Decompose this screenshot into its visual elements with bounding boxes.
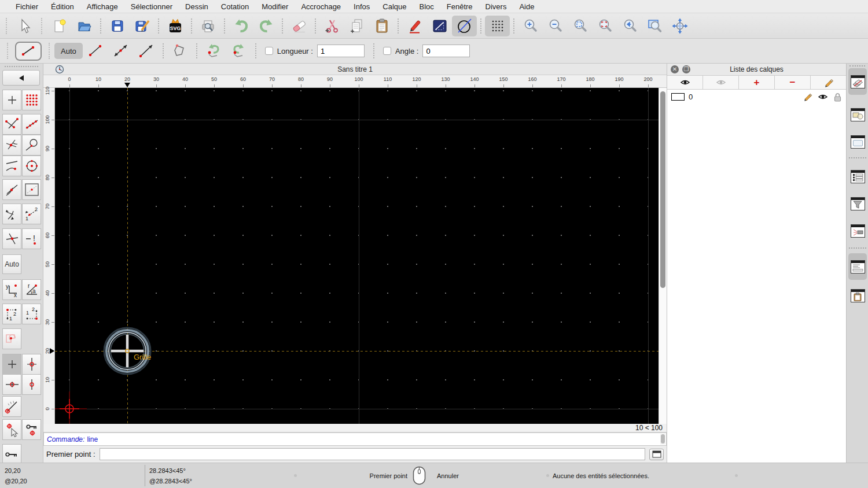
filter-dock-icon[interactable] — [848, 190, 867, 217]
copy-icon[interactable] — [344, 16, 369, 36]
clipboard-dock-icon[interactable] — [848, 282, 867, 309]
snap-distance-icon[interactable] — [2, 156, 21, 176]
line-two-points-icon[interactable] — [83, 40, 108, 61]
menu-item-1[interactable]: Édition — [45, 2, 80, 11]
snap-endpoints-icon[interactable] — [2, 114, 21, 135]
snap-angle-icon[interactable] — [2, 396, 21, 417]
menu-item-3[interactable]: Sélectionner — [124, 2, 179, 11]
snap-tangent-icon[interactable] — [22, 135, 41, 156]
restrict-none-icon[interactable] — [2, 354, 21, 375]
command-widget-dock-icon[interactable] — [848, 253, 867, 280]
eraser-icon[interactable] — [286, 16, 311, 36]
layer-row[interactable]: 0 — [667, 90, 846, 104]
angle-checkbox[interactable] — [383, 47, 391, 55]
restrict-horizontal-icon[interactable] — [2, 374, 21, 395]
command-history-scrollbar[interactable] — [660, 434, 665, 445]
restrict-vertical-icon[interactable] — [22, 354, 41, 375]
menu-item-10[interactable]: Bloc — [413, 2, 440, 11]
snap-middle-manual-icon[interactable] — [2, 328, 21, 349]
save-as-file-icon[interactable] — [130, 16, 155, 36]
restrict-horizontal-vertical-icon[interactable]: 12 — [22, 204, 41, 224]
grid-toggle-icon[interactable] — [485, 16, 510, 36]
vertical-scrollbar-thumb[interactable] — [660, 91, 665, 288]
snap-on-entity-icon[interactable] — [22, 114, 41, 135]
zoom-out-icon[interactable] — [543, 16, 568, 36]
command-options-button[interactable] — [649, 449, 664, 460]
zoom-auto-icon[interactable] — [568, 16, 593, 36]
zoom-in-icon[interactable] — [518, 16, 543, 36]
entity-list-dock-icon[interactable] — [848, 163, 867, 190]
paste-icon[interactable] — [369, 16, 394, 36]
menu-item-6[interactable]: Modifier — [255, 2, 295, 11]
circle-slash-icon[interactable] — [452, 16, 477, 36]
horizontal-scrollbar[interactable] — [43, 424, 631, 432]
line-both-directions-icon[interactable] — [108, 40, 134, 61]
lock-relative-zero-icon[interactable] — [22, 419, 41, 440]
save-file-icon[interactable] — [105, 16, 130, 36]
line-box-icon[interactable] — [427, 16, 452, 36]
edit-layer-pencil-icon[interactable] — [811, 76, 846, 89]
zoom-previous-icon[interactable] — [617, 16, 642, 36]
line-auto-snap-button[interactable]: Auto — [54, 43, 83, 59]
menu-item-12[interactable]: Divers — [479, 2, 513, 11]
ordinate-corner-21-icon[interactable]: 12 — [22, 304, 41, 324]
vertical-scrollbar[interactable] — [659, 88, 667, 424]
length-checkbox[interactable] — [265, 47, 273, 55]
svg-export-icon[interactable]: SVG — [163, 16, 187, 36]
undo-point-icon[interactable] — [201, 40, 226, 61]
draw-pencil-icon[interactable] — [402, 16, 427, 36]
coordinates-polar-icon[interactable]: ra — [22, 279, 41, 300]
blocks-dock-icon[interactable] — [848, 101, 867, 128]
menu-item-8[interactable]: Infos — [347, 2, 376, 11]
snap-middle-icon[interactable] — [2, 179, 21, 200]
select-arrow-icon[interactable] — [12, 16, 36, 36]
add-layer-plus-icon[interactable]: + — [739, 76, 775, 89]
snap-grid-icon[interactable] — [22, 90, 41, 110]
menu-item-9[interactable]: Calque — [376, 2, 413, 11]
snap-free-icon[interactable] — [2, 90, 21, 110]
palette-auto-button[interactable]: Auto — [2, 254, 21, 274]
toolbar-drag-handle[interactable] — [7, 43, 8, 59]
snap-intersection-manual-icon[interactable] — [2, 135, 21, 156]
redo-icon[interactable] — [253, 16, 278, 36]
print-preview-icon[interactable] — [196, 16, 220, 36]
lamp-dock-icon[interactable] — [848, 217, 867, 244]
zoom-window-icon[interactable] — [642, 16, 667, 36]
open-file-icon[interactable] — [72, 16, 97, 36]
menu-item-0[interactable]: Fichier — [9, 2, 45, 11]
toolbar-drag-handle[interactable] — [49, 43, 50, 59]
menu-item-7[interactable]: Accrochage — [295, 2, 347, 11]
zoom-redraw-icon[interactable] — [593, 16, 617, 36]
ordinate-corner-12-icon[interactable]: 12 — [2, 304, 21, 324]
zoom-pan-icon[interactable] — [667, 16, 692, 36]
palette-drag-handle[interactable] — [5, 66, 38, 67]
layer-lock-icon[interactable] — [833, 93, 842, 102]
show-all-layers-eye-icon[interactable] — [667, 76, 703, 89]
close-panel-icon[interactable]: ✕ — [671, 65, 679, 73]
layer-visibility-eye-icon[interactable] — [818, 93, 828, 101]
drawing-canvas[interactable]: Grille — [55, 88, 659, 424]
snap-exclusive-icon[interactable]: ! — [22, 228, 41, 249]
unlock-relative-zero-icon[interactable] — [2, 444, 21, 465]
hide-all-layers-eye-icon[interactable] — [703, 76, 739, 89]
redo-point-icon[interactable] — [226, 40, 252, 61]
toolbar-drag-handle[interactable] — [41, 18, 42, 34]
snap-inside-area-icon[interactable] — [22, 179, 41, 200]
command-input[interactable] — [100, 448, 645, 460]
restrict-nothing-icon[interactable] — [2, 228, 21, 249]
set-relative-zero-icon[interactable] — [2, 419, 21, 440]
menu-item-4[interactable]: Dessin — [179, 2, 215, 11]
coordinates-cartesian-icon[interactable]: yx — [2, 279, 21, 300]
menu-item-11[interactable]: Fenêtre — [440, 2, 479, 11]
restrict-vertical-short-icon[interactable] — [22, 374, 41, 395]
layer-color-swatch[interactable] — [671, 93, 685, 101]
new-file-icon[interactable] — [47, 16, 72, 36]
palette-back-button[interactable] — [2, 70, 40, 86]
menu-item-2[interactable]: Affichage — [80, 2, 124, 11]
cut-icon[interactable] — [319, 16, 344, 36]
polyline-close-icon[interactable] — [167, 40, 193, 61]
current-tool-line-button[interactable] — [15, 42, 42, 61]
snap-center-icon[interactable] — [22, 156, 41, 176]
layer-edit-pencil-icon[interactable] — [804, 93, 812, 101]
float-panel-icon[interactable]: ❐ — [682, 65, 690, 73]
